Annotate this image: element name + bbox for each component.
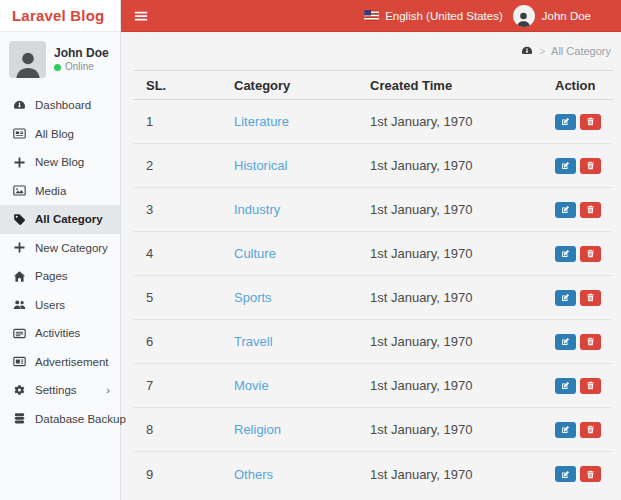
edit-button[interactable] (555, 334, 576, 350)
sidebar-menu: Dashboard All Blog New Blog Media All Ca… (0, 91, 120, 433)
edit-button[interactable] (555, 246, 576, 262)
profile-status: Online (54, 61, 109, 74)
sidebar-profile: John Doe Online (0, 32, 120, 87)
cell-created-time: 1st January, 1970 (370, 290, 555, 305)
table-row: 9 Others 1st January, 1970 (133, 452, 613, 496)
category-link[interactable]: Industry (234, 202, 280, 217)
tag-icon (13, 213, 26, 226)
delete-button[interactable] (580, 422, 601, 438)
category-link[interactable]: Religion (234, 422, 281, 437)
cell-sl: 6 (146, 334, 234, 349)
edit-button[interactable] (555, 422, 576, 438)
sidebar: Laravel Blog John Doe Online Dashboard A… (0, 0, 121, 500)
sidebar-item-database-backup[interactable]: Database Backup (0, 405, 120, 434)
cell-sl: 7 (146, 378, 234, 393)
edit-button[interactable] (555, 202, 576, 218)
header-created: Created Time (370, 78, 555, 93)
sidebar-item-new-category[interactable]: New Category (0, 234, 120, 263)
sidebar-item-users[interactable]: Users (0, 291, 120, 320)
home-icon (13, 270, 26, 283)
header-category: Category (234, 78, 370, 93)
breadcrumb-current: All Category (551, 45, 611, 57)
edit-icon (561, 425, 570, 434)
trash-icon (586, 337, 595, 346)
settings-icon (13, 384, 26, 397)
trash-icon (586, 425, 595, 434)
cell-created-time: 1st January, 1970 (370, 246, 555, 261)
delete-button[interactable] (580, 114, 601, 130)
table-row: 1 Literature 1st January, 1970 (133, 100, 613, 144)
delete-button[interactable] (580, 246, 601, 262)
language-label: English (United States) (385, 10, 503, 22)
category-link[interactable]: Historical (234, 158, 287, 173)
edit-button[interactable] (555, 378, 576, 394)
trash-icon (586, 161, 595, 170)
database-icon (13, 412, 26, 425)
delete-button[interactable] (580, 158, 601, 174)
trash-icon (586, 470, 595, 479)
language-selector[interactable]: English (United States) (364, 10, 503, 22)
sidebar-item-label: Settings (35, 384, 77, 396)
sidebar-item-all-category[interactable]: All Category (0, 205, 120, 234)
edit-icon (561, 249, 570, 258)
edit-button[interactable] (555, 158, 576, 174)
edit-icon (561, 293, 570, 302)
sidebar-item-settings[interactable]: Settings › (0, 376, 120, 405)
category-link[interactable]: Literature (234, 114, 289, 129)
brand-title[interactable]: Laravel Blog (0, 0, 120, 32)
media-icon (13, 184, 26, 197)
blog-icon (13, 127, 26, 140)
topbar: English (United States) John Doe (121, 0, 621, 32)
cell-created-time: 1st January, 1970 (370, 422, 555, 437)
edit-button[interactable] (555, 114, 576, 130)
trash-icon (586, 293, 595, 302)
edit-button[interactable] (555, 290, 576, 306)
table-row: 8 Religion 1st January, 1970 (133, 408, 613, 452)
sidebar-item-label: Advertisement (35, 356, 109, 368)
hamburger-icon[interactable] (133, 9, 149, 23)
edit-icon (561, 205, 570, 214)
dashboard-icon (13, 99, 26, 112)
sidebar-item-label: New Blog (35, 156, 84, 168)
category-link[interactable]: Travell (234, 334, 273, 349)
sidebar-item-activities[interactable]: Activities (0, 319, 120, 348)
sidebar-item-dashboard[interactable]: Dashboard (0, 91, 120, 120)
profile-name: John Doe (54, 46, 109, 61)
edit-icon (561, 117, 570, 126)
sidebar-item-advertisement[interactable]: Advertisement (0, 348, 120, 377)
cell-sl: 2 (146, 158, 234, 173)
plus-icon (13, 156, 26, 169)
sidebar-item-pages[interactable]: Pages (0, 262, 120, 291)
category-link[interactable]: Culture (234, 246, 276, 261)
chevron-right-icon: › (106, 384, 114, 396)
dashboard-icon[interactable] (521, 45, 533, 57)
person-icon (9, 41, 46, 78)
sidebar-item-label: All Category (35, 213, 103, 225)
delete-button[interactable] (580, 202, 601, 218)
sidebar-item-media[interactable]: Media (0, 177, 120, 206)
user-menu[interactable]: John Doe (513, 5, 591, 27)
main-content: > All Category SL. Category Created Time… (121, 32, 621, 500)
sidebar-item-new-blog[interactable]: New Blog (0, 148, 120, 177)
delete-button[interactable] (580, 334, 601, 350)
delete-button[interactable] (580, 378, 601, 394)
category-table: SL. Category Created Time Action 1 Liter… (133, 70, 613, 496)
table-header-row: SL. Category Created Time Action (133, 70, 613, 100)
delete-button[interactable] (580, 466, 601, 482)
sidebar-item-all-blog[interactable]: All Blog (0, 120, 120, 149)
table-row: 5 Sports 1st January, 1970 (133, 276, 613, 320)
cell-sl: 1 (146, 114, 234, 129)
edit-icon (561, 161, 570, 170)
delete-button[interactable] (580, 290, 601, 306)
category-link[interactable]: Sports (234, 290, 272, 305)
category-link[interactable]: Others (234, 467, 273, 482)
edit-button[interactable] (555, 466, 576, 482)
sidebar-item-label: Media (35, 185, 66, 197)
cell-sl: 3 (146, 202, 234, 217)
sidebar-item-label: Database Backup (35, 413, 126, 425)
plus-icon (13, 241, 26, 254)
person-icon (513, 5, 535, 27)
cell-created-time: 1st January, 1970 (370, 114, 555, 129)
category-link[interactable]: Movie (234, 378, 269, 393)
cell-sl: 8 (146, 422, 234, 437)
